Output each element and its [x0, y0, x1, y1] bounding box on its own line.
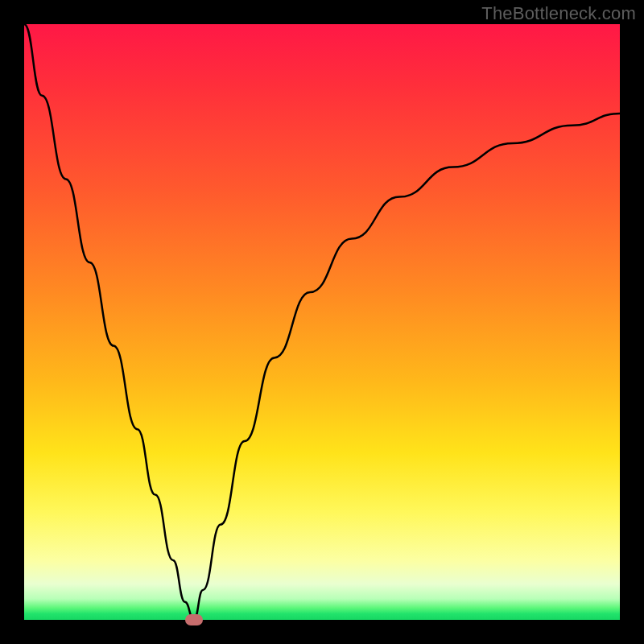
plot-area [24, 24, 620, 620]
watermark-text: TheBottleneck.com [481, 3, 636, 24]
chart-frame: TheBottleneck.com [0, 0, 644, 644]
left-branch-path [24, 24, 194, 620]
curve-layer [24, 24, 620, 620]
minimum-marker [185, 614, 203, 625]
right-branch-path [194, 114, 620, 620]
